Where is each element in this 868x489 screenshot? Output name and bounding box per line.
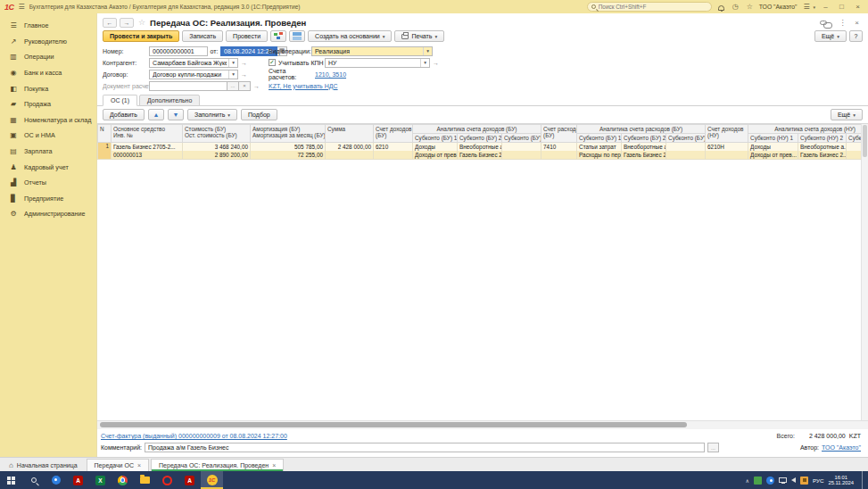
taskbar-1c-app[interactable]: 1С	[201, 471, 223, 489]
open-nu-icon[interactable]: →	[433, 60, 439, 66]
dropdown-arrow-icon[interactable]: ▾	[228, 59, 235, 67]
language-indicator[interactable]: РУС	[813, 477, 823, 484]
income-account-nu-cell[interactable]: 6210Н	[706, 143, 748, 160]
tray-1c-icon[interactable]	[800, 477, 808, 485]
fill-button[interactable]: Заполнить▾	[187, 109, 237, 120]
table-row[interactable]: 1 Газель Бизнес 2705-2...000000013 3 468…	[98, 143, 868, 160]
number-field[interactable]: 000000000001	[149, 46, 208, 56]
col-expense-account-bu[interactable]: Счет расходов(БУ)	[541, 125, 577, 143]
taskbar-pdf-reader[interactable]: A	[178, 471, 201, 489]
forward-button[interactable]: →	[120, 18, 134, 28]
notifications-icon[interactable]	[718, 5, 724, 11]
taskbar-pin-app[interactable]	[45, 471, 67, 489]
contract-field[interactable]: Договор купли-продажи▾	[149, 70, 238, 79]
col-subconto-bu-1[interactable]: Субконто (БУ) 1	[413, 134, 458, 143]
col-asset[interactable]: Основное средствоИнв. №	[112, 125, 183, 143]
volume-icon[interactable]	[791, 477, 796, 483]
tab-transfers-list[interactable]: Передачи ОС×	[87, 459, 149, 471]
vertical-scrollbar-thumb[interactable]	[863, 125, 867, 157]
form-menu-kebab-icon[interactable]: ⋮	[837, 19, 848, 27]
sidebar-item-prodazha[interactable]: ▰Продажа	[0, 96, 96, 112]
sidebar-item-rukovoditelyu[interactable]: ↗Руководителю	[0, 34, 96, 50]
nu-subconto1-cell[interactable]: ДоходыДоходы от прев...	[748, 143, 798, 160]
sidebar-item-nomenklatura[interactable]: ▦Номенклатура и склад	[0, 112, 96, 128]
currency-vat-link[interactable]: KZT, Не учитывать НДС	[269, 83, 338, 89]
col-subconto-nu-1[interactable]: Субконто (НУ) 1	[748, 134, 798, 143]
settlement-doc-pick-icon[interactable]: ...	[227, 81, 239, 91]
settlement-doc-clear-icon[interactable]: ×	[239, 81, 251, 91]
settlement-doc-field[interactable]	[149, 81, 227, 91]
sum-cell[interactable]: 2 428 000,00	[326, 143, 374, 160]
get-link-icon[interactable]	[820, 21, 827, 25]
col-n[interactable]: N	[98, 125, 112, 143]
os-table[interactable]: N Основное средствоИнв. № Стоимость (БУ)…	[97, 124, 868, 160]
col-subconto-bu-2[interactable]: Субконто (БУ) 2	[458, 134, 502, 143]
sidebar-item-operacii[interactable]: ▥Операции	[0, 49, 96, 65]
dropdown-arrow-icon[interactable]: ▾	[420, 59, 426, 67]
col-income-account-bu[interactable]: Счет доходов(БУ)	[374, 125, 413, 143]
global-search[interactable]	[587, 2, 712, 12]
vertical-scrollbar[interactable]	[861, 124, 868, 420]
sidebar-item-kadrovyj-uchet[interactable]: ♟Кадровый учет	[0, 159, 96, 175]
col-exp-subconto-bu-3[interactable]: Субконто (БУ) 3	[666, 134, 706, 143]
taskbar-acrobat[interactable]: A	[67, 471, 89, 489]
col-cost[interactable]: Стоимость (БУ)Ост. стоимость (БУ)	[183, 125, 251, 143]
taskbar-excel[interactable]: X	[89, 471, 112, 489]
amortization-cell[interactable]: 505 785,0072 255,00	[251, 143, 326, 160]
write-button[interactable]: Записать	[182, 30, 223, 42]
favorites-icon[interactable]: ☆	[745, 2, 755, 12]
help-button[interactable]: ?	[849, 30, 863, 42]
tab-transfer-document[interactable]: Передача ОС: Реализация. Проведен×	[151, 459, 284, 471]
dropdown-arrow-icon[interactable]: ▾	[228, 70, 235, 79]
taskbar-chrome[interactable]	[112, 471, 134, 489]
expense-account-bu-cell[interactable]: 7410	[541, 143, 577, 160]
pick-button[interactable]: Подбор	[241, 109, 277, 120]
tab-os[interactable]: ОС (1)	[103, 95, 137, 106]
move-down-button[interactable]: ▼	[168, 109, 184, 120]
invoice-link[interactable]: Счет-фактура (выданный) 000000000009 от …	[101, 433, 287, 439]
cost-cell[interactable]: 3 468 240,002 890 200,00	[183, 143, 251, 160]
income-subconto3-cell[interactable]	[502, 143, 541, 160]
nu-field[interactable]: НУ▾	[325, 58, 430, 68]
col-amortization[interactable]: Амортизация (БУ)Амортизация за месяц (БУ…	[251, 125, 326, 143]
create-on-base-button[interactable]: Создать на основании▾	[308, 30, 392, 42]
row-number-cell[interactable]: 1	[98, 143, 112, 160]
sidebar-item-bank-i-kassa[interactable]: ◉Банк и касса	[0, 65, 96, 81]
col-exp-subconto-bu-1[interactable]: Субконто (БУ) 1	[577, 134, 622, 143]
open-settlement-doc-icon[interactable]: →	[253, 83, 260, 89]
expense-subconto3-cell[interactable]	[666, 143, 706, 160]
income-account-bu-cell[interactable]: 6210	[374, 143, 413, 160]
asset-cell[interactable]: Газель Бизнес 2705-2...000000013	[112, 143, 183, 160]
nu-subconto2-cell[interactable]: Внеоборотные а...Газель Бизнес 2...	[798, 143, 847, 160]
expense-subconto1-cell[interactable]: Статьи затратРасходы по пере...	[577, 143, 622, 160]
current-user[interactable]: ТОО "Акаэто"	[759, 4, 798, 10]
close-form-icon[interactable]: ×	[851, 19, 863, 27]
sidebar-item-predpriyatie[interactable]: ▊Предприятие	[0, 191, 96, 207]
taskbar-opera[interactable]	[156, 471, 178, 489]
show-postings-button[interactable]	[289, 30, 305, 42]
kpn-checkbox[interactable]: ✓	[269, 59, 276, 66]
add-row-button[interactable]: Добавить	[103, 109, 145, 120]
main-menu-icon[interactable]: ☰	[19, 3, 25, 11]
expense-subconto2-cell[interactable]: Внеоборотные а...Газель Бизнес 2...	[622, 143, 666, 160]
more-button[interactable]: Ещё▾	[814, 30, 847, 42]
minimize-button[interactable]: –	[820, 3, 831, 11]
service-menu-icon[interactable]: ☰	[801, 2, 811, 12]
sidebar-item-glavnoe[interactable]: ☰Главное	[0, 18, 96, 34]
taskbar-explorer[interactable]	[134, 471, 156, 489]
grid-more-button[interactable]: Ещё▾	[831, 109, 863, 120]
tab-additional[interactable]: Дополнительно	[139, 95, 200, 106]
close-tab-icon[interactable]: ×	[137, 462, 141, 468]
sidebar-item-zarplata[interactable]: ▤Зарплата	[0, 144, 96, 160]
tray-app-icon[interactable]	[754, 477, 762, 485]
post-and-close-button[interactable]: Провести и закрыть	[103, 30, 179, 42]
comment-expand-icon[interactable]: ...	[707, 443, 719, 452]
history-icon[interactable]: ◷	[731, 2, 740, 12]
author-link[interactable]: ТОО "Акаэто"	[822, 444, 861, 451]
open-contract-icon[interactable]: →	[241, 71, 247, 78]
comment-field[interactable]: Продажа а/м Газель Бизнес	[145, 443, 705, 452]
col-subconto-nu-2[interactable]: Субконто (НУ) 2	[798, 134, 847, 143]
sidebar-item-administrirovanie[interactable]: ⚙Администрирование	[0, 206, 96, 222]
sidebar-item-os-i-nma[interactable]: ▣ОС и НМА	[0, 128, 96, 144]
home-tab[interactable]: ⌂Начальная страница	[2, 459, 85, 471]
